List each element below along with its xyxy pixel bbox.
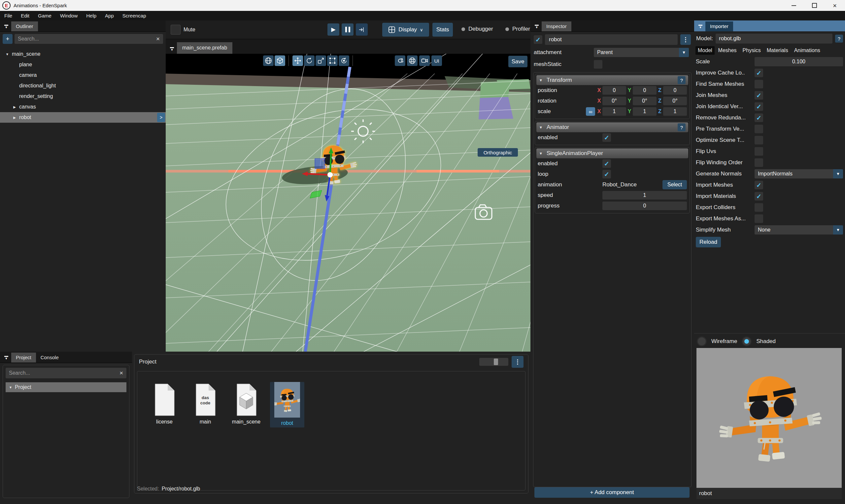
stats-button[interactable]: Stats	[433, 23, 453, 37]
importer-tab-animations[interactable]: Animations	[792, 46, 823, 55]
thumbnail-size-slider[interactable]	[479, 358, 508, 366]
profiler-toggle[interactable]: Profiler	[505, 26, 533, 32]
reload-button[interactable]: Reload	[696, 237, 721, 247]
scale-y-field[interactable]: 1	[633, 107, 656, 116]
debugger-toggle[interactable]: Debugger	[461, 26, 493, 32]
import-meshes-checkbox[interactable]: ✓	[755, 181, 763, 189]
join-identical-checkbox[interactable]: ✓	[755, 102, 763, 111]
expand-icon[interactable]: ▼	[9, 385, 12, 389]
tab-main-scene-prefab[interactable]: main_scene.prefab	[177, 42, 232, 54]
sap-enabled-checkbox[interactable]: ✓	[602, 159, 611, 168]
tree-item-directional-light[interactable]: directional_light	[0, 80, 166, 91]
importer-help-button[interactable]: ?	[835, 35, 843, 42]
simplify-mesh-dropdown[interactable]: None▼	[755, 225, 843, 235]
sap-progress-field[interactable]: 0	[602, 201, 687, 210]
transform-help-button[interactable]: ?	[677, 76, 686, 84]
tab-outliner[interactable]: Outliner	[11, 21, 38, 31]
animator-help-button[interactable]: ?	[677, 123, 686, 131]
tree-item-render-setting[interactable]: render_setting	[0, 91, 166, 102]
attachment-dropdown[interactable]: Parent ▼	[594, 48, 689, 57]
add-component-button[interactable]: + Add component	[534, 487, 689, 498]
transform-header[interactable]: ▼ Transform ?	[536, 75, 688, 85]
importer-tab-meshes[interactable]: Meshes	[716, 46, 739, 55]
scale-z-field[interactable]: 1	[663, 107, 687, 116]
play-button[interactable]: ▶	[328, 23, 339, 36]
expand-icon[interactable]: ▼	[5, 52, 10, 56]
slider-thumb[interactable]	[494, 359, 498, 365]
pre-transform-checkbox[interactable]: ✓	[755, 125, 763, 133]
importer-collapse-icon[interactable]: ▼	[696, 23, 705, 31]
mesh-static-checkbox[interactable]: ✓	[594, 60, 602, 69]
file-item-main-scene[interactable]: main_scene	[230, 383, 262, 425]
world-space-tool[interactable]	[263, 55, 274, 66]
tab-inspector[interactable]: Inspector	[542, 21, 571, 31]
collapse-arrow-icon[interactable]: ▼	[539, 78, 543, 82]
add-node-button[interactable]: +	[3, 34, 13, 44]
importer-tab-physics[interactable]: Physics	[740, 46, 763, 55]
find-same-meshes-checkbox[interactable]: ✓	[755, 80, 763, 88]
export-colliders-checkbox[interactable]: ✓	[755, 203, 763, 212]
generate-normals-dropdown[interactable]: ImportNormals▼	[755, 169, 843, 178]
animator-enabled-checkbox[interactable]: ✓	[602, 133, 611, 142]
grid-toggle-tool[interactable]	[407, 55, 418, 66]
inspector-collapse-icon[interactable]: ▼	[532, 23, 541, 31]
gizmo-xy-plane[interactable]	[315, 159, 325, 168]
close-button[interactable]: ×	[825, 0, 845, 11]
sap-loop-checkbox[interactable]: ✓	[602, 170, 611, 178]
menu-window[interactable]: Window	[56, 11, 82, 20]
flip-uvs-checkbox[interactable]: ✓	[755, 147, 763, 156]
scene-canvas[interactable]: UI Save Orthographic	[166, 54, 530, 352]
project-search-input[interactable]	[6, 368, 116, 378]
tree-item-main-scene[interactable]: ▼main_scene	[0, 49, 166, 59]
position-z-field[interactable]: 0	[663, 86, 687, 95]
join-meshes-checkbox[interactable]: ✓	[755, 91, 763, 100]
menu-app[interactable]: App	[101, 11, 118, 20]
menu-game[interactable]: Game	[34, 11, 56, 20]
model-preview[interactable]	[697, 348, 842, 488]
step-frame-button[interactable]	[356, 23, 368, 36]
goto-node-button[interactable]: >	[157, 113, 165, 122]
scale-link-button[interactable]: ∞	[586, 107, 595, 116]
rotation-y-field[interactable]: 0°	[633, 97, 656, 105]
export-meshes-as-checkbox[interactable]: ✓	[755, 214, 763, 223]
project-collapse-icon[interactable]: ▼	[2, 354, 11, 362]
remove-redundant-checkbox[interactable]: ✓	[755, 113, 763, 122]
maximize-button[interactable]	[804, 0, 825, 11]
tab-project[interactable]: Project	[11, 353, 36, 362]
tree-item-camera[interactable]: camera	[0, 70, 166, 80]
collapse-arrow-icon[interactable]: ▼	[539, 125, 543, 129]
tab-console[interactable]: Console	[36, 353, 64, 362]
wireframe-radio[interactable]	[697, 337, 707, 346]
improve-cache-checkbox[interactable]: ✓	[755, 69, 763, 77]
animator-header[interactable]: ▼ Animator ?	[536, 122, 688, 132]
file-item-main[interactable]: das code main	[190, 383, 221, 425]
menu-edit[interactable]: Edit	[17, 11, 34, 20]
file-item-license[interactable]: license	[148, 383, 180, 425]
optimize-scene-checkbox[interactable]: ✓	[755, 136, 763, 144]
camera-preview-tool[interactable]	[419, 55, 430, 66]
position-y-field[interactable]: 0	[633, 86, 656, 95]
importer-tab-model[interactable]: Model	[696, 46, 715, 55]
orthographic-badge[interactable]: Orthographic	[478, 148, 518, 157]
local-space-tool[interactable]	[275, 55, 285, 66]
model-name-field[interactable]: robot.glb	[716, 34, 832, 43]
gizmo-center-handle[interactable]	[328, 172, 333, 178]
mute-checkbox[interactable]	[171, 25, 180, 35]
clear-search-icon[interactable]: ×	[153, 35, 163, 42]
flip-winding-checkbox[interactable]: ✓	[755, 158, 763, 167]
animation-select-button[interactable]: Select	[663, 180, 687, 189]
menu-help[interactable]: Help	[82, 11, 101, 20]
pause-button[interactable]	[341, 23, 353, 36]
scene-tab-collapse-icon[interactable]: ▼	[168, 45, 176, 53]
tree-item-plane[interactable]: plane	[0, 59, 166, 70]
shaded-radio[interactable]	[742, 337, 752, 346]
rotation-x-field[interactable]: 0°	[602, 97, 626, 105]
rotation-z-field[interactable]: 0°	[663, 97, 687, 105]
rect-tool[interactable]	[327, 55, 338, 66]
rotate-tool[interactable]	[304, 55, 315, 66]
importer-tab-materials[interactable]: Materials	[764, 46, 791, 55]
sap-speed-field[interactable]: 1	[602, 191, 687, 200]
import-materials-checkbox[interactable]: ✓	[755, 192, 763, 200]
position-x-field[interactable]: 0	[602, 86, 626, 95]
display-dropdown[interactable]: Display ∨	[382, 23, 429, 37]
